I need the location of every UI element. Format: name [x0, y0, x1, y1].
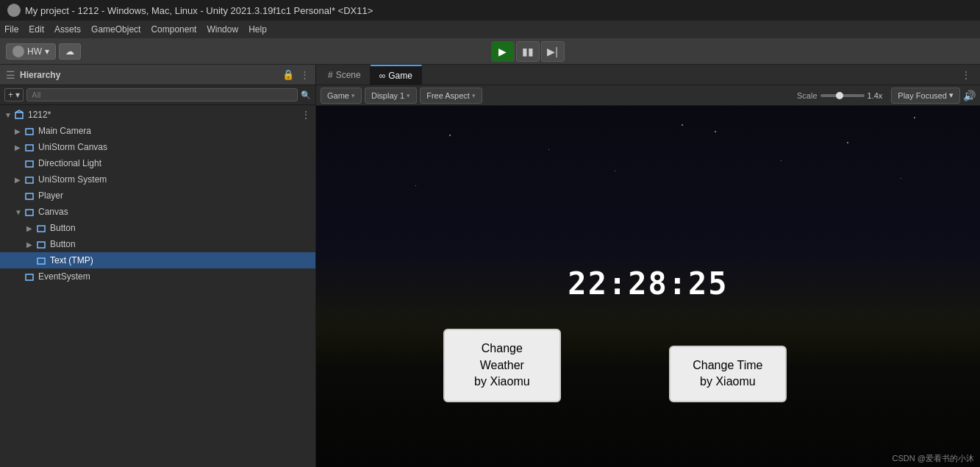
- cube-icon: [24, 174, 35, 185]
- hierarchy-search-input[interactable]: [26, 88, 298, 101]
- hierarchy-item-text-tmp[interactable]: Text (TMP): [0, 252, 315, 268]
- hierarchy-item-menu[interactable]: ⋮: [301, 109, 311, 121]
- hierarchy-item-label: Directional Light: [38, 158, 101, 168]
- toolbar: HW ▾ ☁ ▶ ▮▮ ▶|: [0, 38, 980, 65]
- hierarchy-item-label: Text (TMP): [50, 255, 93, 265]
- hierarchy-header: ☰ Hierarchy 🔒 ⋮: [0, 65, 315, 85]
- aspect-label: Free Aspect: [426, 91, 470, 100]
- menu-gameobject[interactable]: GameObject: [91, 24, 140, 35]
- title-bar: My project - 1212 - Windows, Mac, Linux …: [0, 0, 980, 21]
- menu-edit[interactable]: Edit: [29, 24, 44, 35]
- game-panel: # Scene ∞ Game ⋮ Game ▾ Display 1 ▾ Free…: [316, 65, 980, 467]
- button2-line1: Change Time: [693, 359, 762, 371]
- tab-game[interactable]: ∞ Game: [371, 65, 422, 85]
- hierarchy-item-label: 1212*: [28, 110, 51, 120]
- tabs-row: # Scene ∞ Game ⋮: [316, 65, 980, 85]
- cube-icon: [24, 207, 35, 217]
- tab-more-icon[interactable]: ⋮: [955, 69, 977, 81]
- svg-rect-0: [15, 113, 23, 118]
- chevron-icon: ▾: [407, 92, 410, 99]
- hierarchy-item-main-camera[interactable]: ▶ Main Camera: [0, 123, 315, 139]
- cube-icon: [35, 223, 47, 233]
- hierarchy-add-button[interactable]: + ▾: [4, 88, 24, 101]
- hierarchy-item-directional-light[interactable]: Directional Light: [0, 155, 315, 171]
- star: [914, 117, 915, 118]
- scene-tab-label: Scene: [336, 70, 361, 80]
- hierarchy-item-label: UniStorm Canvas: [38, 142, 107, 152]
- change-weather-button[interactable]: Change Weather by Xiaomu: [443, 329, 561, 402]
- pause-button[interactable]: ▮▮: [516, 41, 540, 62]
- display-label: Display 1: [371, 91, 404, 100]
- star: [682, 124, 683, 126]
- scale-slider[interactable]: [820, 94, 865, 97]
- hierarchy-item-button1[interactable]: ▶ Button: [0, 220, 315, 236]
- menu-assets[interactable]: Assets: [54, 24, 81, 35]
- dark-trees: [316, 323, 980, 467]
- cube-icon: [24, 142, 35, 152]
- svg-rect-6: [26, 210, 33, 215]
- menu-file[interactable]: File: [4, 24, 18, 35]
- star: [449, 135, 451, 136]
- hierarchy-item-unistorm-system[interactable]: ▶ UniStorm System: [0, 171, 315, 188]
- arrow-icon: ▶: [15, 127, 24, 135]
- scene-tab-icon: #: [328, 70, 333, 80]
- hierarchy-item-label: Button: [50, 239, 76, 249]
- aspect-button[interactable]: Free Aspect ▾: [420, 88, 482, 104]
- arrow-icon: ▶: [26, 224, 35, 232]
- svg-rect-4: [26, 177, 33, 183]
- hierarchy-item-unistorm-canvas[interactable]: ▶ UniStorm Canvas: [0, 139, 315, 155]
- step-button[interactable]: ▶|: [541, 41, 565, 62]
- cube-icon: [35, 239, 47, 249]
- hierarchy-item-player[interactable]: Player: [0, 188, 315, 204]
- game-viewport: 22:28:25 Change Weather by Xiaomu Change…: [316, 106, 980, 467]
- game-label-button[interactable]: Game ▾: [321, 88, 362, 104]
- arrow-icon: ▶: [26, 240, 35, 249]
- play-button[interactable]: ▶: [491, 41, 515, 62]
- unity-logo-icon: [7, 4, 21, 17]
- button1-line1: Change Weather: [480, 342, 524, 371]
- menu-help[interactable]: Help: [248, 24, 267, 35]
- hierarchy-item-label: Canvas: [38, 207, 68, 217]
- menu-window[interactable]: Window: [207, 24, 238, 35]
- menu-component[interactable]: Component: [151, 24, 196, 35]
- play-focused-label: Play Focused: [898, 91, 947, 100]
- arrow-icon: [15, 192, 24, 200]
- hierarchy-item-button2[interactable]: ▶ Button: [0, 236, 315, 252]
- cube-icon: [24, 190, 35, 201]
- account-icon: [12, 46, 24, 57]
- cube-icon: [24, 126, 35, 136]
- window-title: My project - 1212 - Windows, Mac, Linux …: [25, 5, 373, 16]
- hierarchy-lock-icon[interactable]: 🔒: [282, 69, 294, 80]
- svg-rect-8: [37, 242, 45, 248]
- hw-dropdown-icon: ▾: [45, 46, 49, 57]
- star: [548, 149, 549, 150]
- hierarchy-item-label: UniStorm System: [38, 174, 107, 185]
- hierarchy-more-icon[interactable]: ⋮: [300, 69, 310, 80]
- scale-label: Scale: [797, 91, 818, 100]
- cube-icon: [24, 158, 35, 168]
- display-button[interactable]: Display 1 ▾: [365, 88, 417, 104]
- star: [781, 160, 782, 161]
- chevron-icon: ▾: [351, 92, 355, 99]
- hierarchy-item-eventsystem[interactable]: EventSystem: [0, 268, 315, 285]
- cloud-button[interactable]: ☁: [59, 43, 81, 60]
- arrow-icon: [26, 257, 35, 265]
- arrow-icon: [15, 273, 24, 281]
- game-tab-label: Game: [388, 71, 412, 81]
- tab-scene[interactable]: # Scene: [319, 65, 371, 85]
- svg-rect-10: [26, 274, 33, 280]
- hierarchy-search-icon[interactable]: 🔍: [301, 90, 311, 100]
- play-focused-button[interactable]: Play Focused ▾: [891, 88, 960, 104]
- watermark: CSDN @爱看书的小沐: [893, 453, 974, 464]
- hierarchy-item-canvas[interactable]: ▼ Canvas: [0, 204, 315, 220]
- svg-rect-7: [37, 226, 45, 232]
- button1-line2: by Xiaomu: [474, 375, 530, 388]
- hw-account-button[interactable]: HW ▾: [6, 43, 56, 60]
- game-timer: 22:28:25: [568, 265, 728, 301]
- hierarchy-item-root[interactable]: ▼ 1212* ⋮: [0, 107, 315, 123]
- change-time-button[interactable]: Change Time by Xiaomu: [669, 346, 787, 402]
- speaker-icon[interactable]: 🔊: [963, 90, 976, 101]
- cube-icon: [24, 271, 35, 282]
- arrow-icon: [15, 160, 24, 168]
- hierarchy-item-label: Player: [38, 190, 63, 201]
